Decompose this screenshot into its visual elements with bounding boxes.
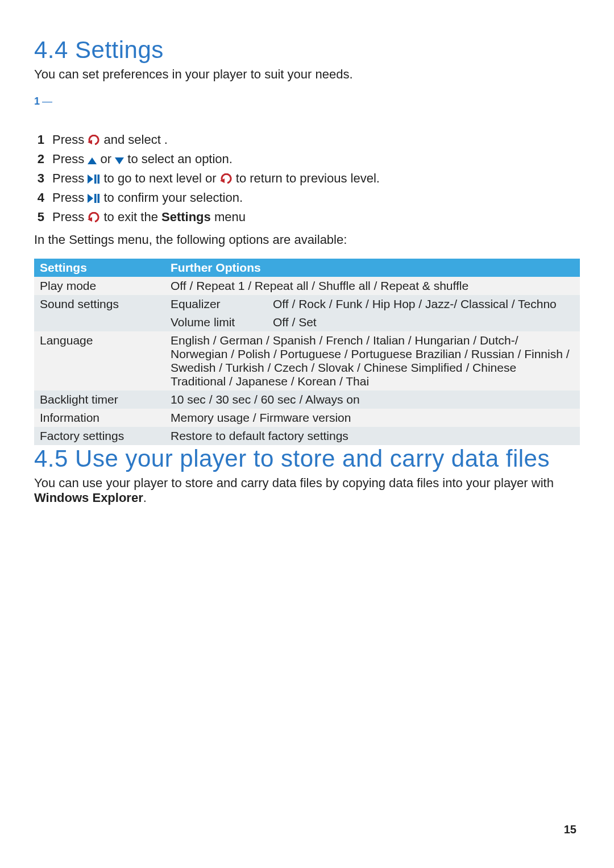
cell-setting: Play mode	[34, 277, 165, 295]
back-icon	[88, 212, 100, 222]
cell-setting: Information	[34, 409, 165, 427]
table-body: Play modeOff / Repeat 1 / Repeat all / S…	[34, 277, 580, 445]
step-item: 2Press or to select an option.	[34, 152, 580, 167]
step-item: 3Press to go to next level or to return …	[34, 171, 580, 186]
cell-options: Restore to default factory settings	[165, 427, 580, 445]
svg-rect-6	[94, 194, 97, 203]
settings-table: Settings Further Options Play modeOff / …	[34, 259, 580, 445]
step-number: 1	[34, 132, 44, 147]
steps-list: 1Press and select .2Press or to select a…	[34, 132, 580, 225]
step-text: Press to exit the Settings menu	[52, 210, 246, 225]
step-number: 4	[34, 190, 44, 205]
cell-setting: Backlight timer	[34, 391, 165, 409]
cell-options: Off / Rock / Funk / Hip Hop / Jazz-/ Cla…	[267, 295, 580, 313]
step-item: 1Press and select .	[34, 132, 580, 147]
step-number: 3	[34, 171, 44, 186]
body-text-bold: Windows Explorer	[34, 491, 143, 505]
section-4-5-body: You can use your player to store and car…	[34, 476, 580, 505]
svg-marker-1	[88, 175, 93, 184]
table-row: Backlight timer10 sec / 30 sec / 60 sec …	[34, 391, 580, 409]
svg-rect-2	[94, 175, 97, 184]
cell-setting	[34, 313, 165, 331]
cell-options: 10 sec / 30 sec / 60 sec / Always on	[165, 391, 580, 409]
table-row: Volume limitOff / Set	[34, 313, 580, 331]
step-text: Press to confirm your selection.	[52, 190, 243, 205]
th-further-options: Further Options	[165, 259, 580, 277]
section-heading-4-5: 4.5 Use your player to store and carry d…	[34, 445, 580, 472]
cell-options: English / German / Spanish / French / It…	[165, 331, 580, 391]
step-number: 2	[34, 152, 44, 167]
th-settings: Settings	[34, 259, 165, 277]
body-text-b: .	[143, 491, 147, 505]
table-header-row: Settings Further Options	[34, 259, 580, 277]
svg-rect-7	[98, 194, 100, 203]
step-text: Press or to select an option.	[52, 152, 233, 167]
cell-options: Off / Set	[267, 313, 580, 331]
step-bold: Settings	[161, 210, 211, 224]
table-row: InformationMemory usage / Firmware versi…	[34, 409, 580, 427]
up-arrow-icon	[88, 157, 97, 164]
play-pause-icon	[88, 172, 100, 181]
back-icon	[220, 173, 233, 184]
step-text: Press and select .	[52, 132, 168, 147]
table-row: LanguageEnglish / German / Spanish / Fre…	[34, 331, 580, 391]
cell-suboption: Volume limit	[165, 313, 267, 331]
play-pause-icon	[88, 192, 100, 201]
step-item: 4Press to confirm your selection.	[34, 190, 580, 205]
section-4-4-intro: You can set preferences in your player t…	[34, 67, 580, 82]
body-text-a: You can use your player to store and car…	[34, 476, 554, 490]
down-arrow-icon	[115, 157, 124, 164]
back-icon	[88, 135, 100, 145]
page-number: 15	[564, 823, 576, 836]
step-item: 5Press to exit the Settings menu	[34, 210, 580, 225]
step-number: 5	[34, 210, 44, 225]
cell-options: Off / Repeat 1 / Repeat all / Shuffle al…	[165, 277, 580, 295]
or-text: or	[97, 152, 115, 166]
cell-setting: Factory settings	[34, 427, 165, 445]
svg-rect-3	[98, 175, 100, 184]
cell-setting: Sound settings	[34, 295, 165, 313]
ref-dash: —	[42, 95, 52, 107]
table-row: Play modeOff / Repeat 1 / Repeat all / S…	[34, 277, 580, 295]
manual-page: 4.4 Settings You can set preferences in …	[0, 0, 614, 868]
step-text: Press to go to next level or to return t…	[52, 171, 380, 186]
section-heading-4-4: 4.4 Settings	[34, 36, 580, 64]
ref-number: 1	[34, 95, 40, 107]
cell-options: Memory usage / Firmware version	[165, 409, 580, 427]
svg-marker-5	[88, 194, 93, 203]
image-placeholder-ref: 1—	[34, 95, 580, 107]
cell-setting: Language	[34, 331, 165, 391]
table-row: Sound settingsEqualizerOff / Rock / Funk…	[34, 295, 580, 313]
options-intro: In the Settings menu, the following opti…	[34, 232, 580, 247]
cell-suboption: Equalizer	[165, 295, 267, 313]
table-row: Factory settingsRestore to default facto…	[34, 427, 580, 445]
